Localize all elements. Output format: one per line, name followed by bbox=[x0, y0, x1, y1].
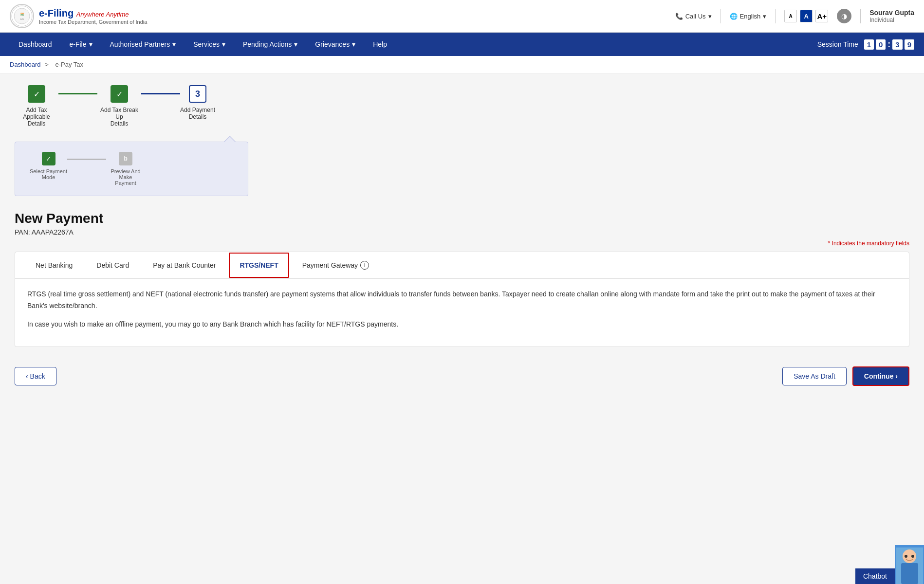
step-2-label: Add Tax Break UpDetails bbox=[97, 107, 141, 127]
auth-partners-chevron-icon: ▾ bbox=[172, 40, 176, 48]
session-time: Session Time 1 0 : 3 9 bbox=[817, 39, 914, 50]
nav-efile[interactable]: e-File ▾ bbox=[61, 33, 101, 56]
page-title: New Payment bbox=[15, 211, 909, 226]
logo-emblem: 🇮🇳 GOI bbox=[10, 4, 34, 28]
back-button[interactable]: ‹ Back bbox=[15, 367, 56, 385]
logo-tagline: Anywhere Anytime bbox=[76, 11, 129, 18]
sub-step-2-label: Preview And MakePayment bbox=[106, 168, 145, 186]
contrast-button[interactable]: ◑ bbox=[837, 9, 851, 23]
continue-button[interactable]: Continue › bbox=[852, 366, 909, 386]
payment-description: RTGS (real time gross settlement) and NE… bbox=[15, 279, 909, 347]
connector-1 bbox=[58, 93, 97, 94]
header-right: 📞 Call Us ▾ 🌐 English ▾ A A A+ ◑ Sourav … bbox=[675, 9, 914, 23]
payment-tabs: Net Banking Debit Card Pay at Bank Count… bbox=[15, 252, 909, 279]
footer-actions: ‹ Back Save As Draft Continue › bbox=[15, 357, 909, 396]
svg-text:🇮🇳: 🇮🇳 bbox=[20, 12, 24, 16]
step-3-label: Add PaymentDetails bbox=[180, 107, 215, 120]
mandatory-note: * Indicates the mandatory fields bbox=[15, 240, 909, 247]
divider-3 bbox=[860, 9, 861, 23]
session-digit-4: 9 bbox=[905, 39, 914, 50]
payment-gateway-info-icon[interactable]: i bbox=[360, 261, 369, 270]
nav-help[interactable]: Help bbox=[364, 33, 396, 56]
connector-2 bbox=[141, 93, 180, 94]
pending-chevron-icon: ▾ bbox=[294, 40, 297, 48]
phone-icon: 📞 bbox=[675, 13, 683, 20]
font-controls: A A A+ bbox=[784, 10, 828, 22]
line-1 bbox=[58, 93, 97, 94]
panel-triangle-inner bbox=[224, 137, 235, 142]
sub-step-1-circle: ✓ bbox=[42, 152, 55, 165]
svg-point-1 bbox=[14, 8, 30, 24]
payment-desc-para1: RTGS (real time gross settlement) and NE… bbox=[27, 289, 897, 312]
svg-text:GOI: GOI bbox=[20, 18, 23, 20]
svg-rect-6 bbox=[901, 563, 918, 584]
breadcrumb-separator: > bbox=[45, 61, 49, 68]
step-1: ✓ Add Tax ApplicableDetails bbox=[15, 85, 58, 127]
call-us-chevron-icon: ▾ bbox=[708, 13, 712, 20]
step-2-circle: ✓ bbox=[111, 85, 128, 103]
font-large-button[interactable]: A+ bbox=[815, 10, 828, 22]
chatbot-button[interactable]: Chatbot bbox=[855, 568, 895, 584]
top-header: 🇮🇳 GOI e-Filing Anywhere Anytime Income … bbox=[0, 0, 924, 33]
user-type: Individual bbox=[869, 17, 914, 23]
sub-steps-panel: ✓ Select PaymentMode b Preview And MakeP… bbox=[15, 142, 248, 196]
tab-rtgs-neft[interactable]: RTGS/NEFT bbox=[229, 253, 289, 278]
session-digit-3: 3 bbox=[892, 39, 902, 50]
step-1-circle: ✓ bbox=[28, 85, 45, 103]
sub-line-1 bbox=[67, 159, 106, 160]
sub-step-2-circle: b bbox=[119, 152, 132, 165]
svg-point-8 bbox=[911, 555, 914, 558]
payment-desc-para2: In case you wish to make an offline paym… bbox=[27, 319, 897, 330]
site-name: e-Filing Anywhere Anytime bbox=[39, 8, 147, 19]
step-2: ✓ Add Tax Break UpDetails bbox=[97, 85, 141, 127]
tab-net-banking[interactable]: Net Banking bbox=[25, 253, 83, 278]
tab-bank-counter[interactable]: Pay at Bank Counter bbox=[142, 253, 226, 278]
tab-payment-gateway[interactable]: Payment Gateway i bbox=[292, 252, 380, 278]
sub-connector-1 bbox=[67, 159, 106, 160]
nav-pending-actions[interactable]: Pending Actions ▾ bbox=[234, 33, 306, 56]
breadcrumb-current: e-Pay Tax bbox=[55, 61, 83, 68]
globe-icon: 🌐 bbox=[730, 13, 738, 20]
font-medium-button[interactable]: A bbox=[800, 10, 813, 22]
pan-label: PAN: bbox=[15, 228, 30, 236]
save-draft-button[interactable]: Save As Draft bbox=[782, 367, 847, 385]
efile-chevron-icon: ▾ bbox=[89, 40, 92, 48]
pan-info: PAN: AAAPA2267A bbox=[15, 228, 909, 236]
payment-card: Net Banking Debit Card Pay at Bank Count… bbox=[15, 252, 909, 347]
language-chevron-icon: ▾ bbox=[763, 13, 766, 20]
sub-step-1: ✓ Select PaymentMode bbox=[30, 152, 67, 180]
breadcrumb-home[interactable]: Dashboard bbox=[10, 61, 41, 68]
nav-dashboard[interactable]: Dashboard bbox=[10, 33, 61, 56]
pan-value: AAAPA2267A bbox=[32, 228, 74, 236]
call-us-button[interactable]: 📞 Call Us ▾ bbox=[675, 13, 712, 20]
grievances-chevron-icon: ▾ bbox=[352, 40, 355, 48]
step-3-circle: 3 bbox=[189, 85, 206, 103]
session-digit-1: 1 bbox=[864, 39, 874, 50]
sub-step-2: b Preview And MakePayment bbox=[106, 152, 145, 186]
sub-steps-container: ✓ Select PaymentMode b Preview And MakeP… bbox=[15, 142, 909, 196]
progress-steps: ✓ Add Tax ApplicableDetails ✓ Add Tax Br… bbox=[15, 85, 909, 127]
language-selector[interactable]: 🌐 English ▾ bbox=[730, 13, 767, 20]
divider-2 bbox=[775, 9, 776, 23]
user-name: Sourav Gupta bbox=[869, 9, 914, 17]
nav-grievances[interactable]: Grievances ▾ bbox=[306, 33, 364, 56]
user-menu[interactable]: Sourav Gupta Individual bbox=[869, 9, 914, 23]
font-small-button[interactable]: A bbox=[784, 10, 797, 22]
main-nav: Dashboard e-File ▾ Authorised Partners ▾… bbox=[0, 33, 924, 56]
session-label: Session Time bbox=[817, 40, 858, 48]
tab-debit-card[interactable]: Debit Card bbox=[86, 253, 140, 278]
nav-services[interactable]: Services ▾ bbox=[185, 33, 234, 56]
main-content: ✓ Add Tax ApplicableDetails ✓ Add Tax Br… bbox=[0, 73, 924, 584]
nav-authorised-partners[interactable]: Authorised Partners ▾ bbox=[101, 33, 185, 56]
breadcrumb: Dashboard > e-Pay Tax bbox=[0, 56, 924, 73]
chatbot-avatar bbox=[895, 545, 924, 584]
logo-area: 🇮🇳 GOI e-Filing Anywhere Anytime Income … bbox=[10, 4, 147, 28]
svg-point-7 bbox=[905, 555, 907, 558]
chatbot-area: Chatbot bbox=[855, 545, 924, 584]
sub-step-1-label: Select PaymentMode bbox=[30, 168, 67, 180]
logo-text: e-Filing Anywhere Anytime Income Tax Dep… bbox=[39, 8, 147, 25]
session-colon: : bbox=[887, 39, 890, 50]
step-3: 3 Add PaymentDetails bbox=[180, 85, 215, 120]
divider-1 bbox=[721, 9, 721, 23]
line-2 bbox=[141, 93, 180, 94]
